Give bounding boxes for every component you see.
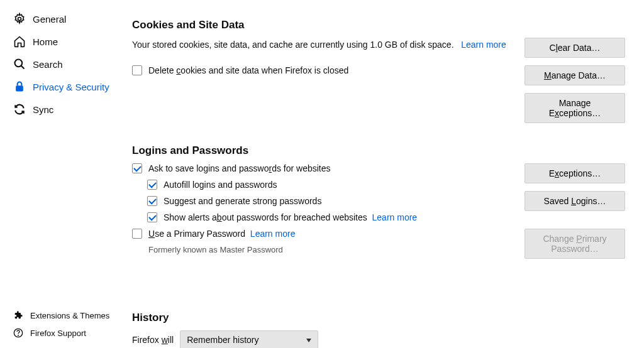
change-primary-password-button[interactable]: Change Primary Password… bbox=[525, 229, 625, 259]
autofill-checkbox[interactable] bbox=[147, 180, 157, 190]
sidebar-item-search[interactable]: Search bbox=[0, 53, 126, 75]
sidebar-item-extensions[interactable]: Extensions & Themes bbox=[0, 307, 126, 324]
breach-alerts-label: Show alerts about passwords for breached… bbox=[164, 212, 367, 222]
cookies-learn-more-link[interactable]: Learn more bbox=[461, 40, 506, 50]
history-mode-select[interactable]: Remember history bbox=[180, 330, 318, 348]
breach-alerts-row: Show alerts about passwords for breached… bbox=[147, 212, 525, 222]
autofill-label: Autofill logins and passwords bbox=[164, 180, 277, 190]
primary-password-learn-more-link[interactable]: Learn more bbox=[250, 229, 296, 239]
delete-cookies-label: Delete cookies and site data when Firefo… bbox=[148, 65, 348, 75]
gear-icon bbox=[13, 12, 26, 26]
sidebar-item-home[interactable]: Home bbox=[0, 30, 126, 53]
nav-label: Home bbox=[33, 36, 58, 47]
logins-section-title: Logins and Passwords bbox=[132, 144, 631, 157]
sidebar-item-privacy-security[interactable]: Privacy & Security bbox=[0, 75, 126, 98]
nav-label: Privacy & Security bbox=[33, 82, 109, 92]
clear-data-button[interactable]: Clear Data… bbox=[525, 38, 625, 58]
lock-icon bbox=[13, 80, 26, 94]
logins-exceptions-button[interactable]: Exceptions… bbox=[525, 163, 625, 183]
puzzle-icon bbox=[13, 310, 24, 321]
saved-logins-button[interactable]: Saved Logins… bbox=[525, 191, 625, 211]
search-icon bbox=[13, 57, 26, 71]
manage-data-button[interactable]: Manage Data… bbox=[525, 65, 625, 85]
autofill-row: Autofill logins and passwords bbox=[147, 180, 525, 190]
sidebar-item-sync[interactable]: Sync bbox=[0, 98, 126, 121]
svg-point-0 bbox=[18, 18, 21, 21]
nav-label: General bbox=[33, 14, 66, 24]
cookies-description: Your stored cookies, site data, and cach… bbox=[132, 38, 525, 52]
nav-label: Sync bbox=[33, 104, 53, 115]
suggest-passwords-row: Suggest and generate strong passwords bbox=[147, 196, 525, 206]
sidebar: General Home Search Privacy & Security S… bbox=[0, 0, 126, 348]
nav-label: Firefox Support bbox=[30, 329, 86, 338]
history-section-title: History bbox=[132, 312, 631, 324]
nav-label: Extensions & Themes bbox=[30, 311, 109, 320]
primary-password-checkbox[interactable] bbox=[132, 229, 142, 239]
help-icon bbox=[13, 327, 24, 339]
primary-password-note: Formerly known as Master Password bbox=[148, 245, 525, 254]
svg-line-2 bbox=[21, 66, 25, 69]
suggest-passwords-label: Suggest and generate strong passwords bbox=[164, 196, 321, 206]
primary-password-label: Use a Primary Password bbox=[148, 229, 245, 239]
sidebar-item-support[interactable]: Firefox Support bbox=[0, 324, 126, 342]
ask-save-logins-label: Ask to save logins and passwords for web… bbox=[148, 163, 331, 173]
manage-exceptions-button[interactable]: Manage Exceptions… bbox=[525, 93, 625, 123]
svg-rect-3 bbox=[16, 85, 23, 91]
home-icon bbox=[13, 35, 26, 48]
ask-save-logins-checkbox[interactable] bbox=[132, 163, 142, 173]
delete-cookies-on-close-row: Delete cookies and site data when Firefo… bbox=[132, 65, 525, 75]
breach-alerts-checkbox[interactable] bbox=[147, 212, 157, 222]
primary-password-row: Use a Primary Password Learn more bbox=[132, 229, 525, 239]
ask-save-logins-row: Ask to save logins and passwords for web… bbox=[132, 163, 525, 173]
sync-icon bbox=[13, 102, 26, 116]
cookies-section-title: Cookies and Site Data bbox=[132, 19, 631, 31]
nav-label: Search bbox=[33, 59, 63, 70]
delete-cookies-checkbox[interactable] bbox=[132, 65, 142, 75]
sidebar-item-general[interactable]: General bbox=[0, 8, 126, 30]
breach-alerts-learn-more-link[interactable]: Learn more bbox=[372, 212, 418, 222]
svg-point-5 bbox=[18, 335, 19, 336]
svg-point-1 bbox=[15, 60, 23, 67]
settings-content: Cookies and Site Data Your stored cookie… bbox=[126, 0, 644, 348]
suggest-passwords-checkbox[interactable] bbox=[147, 196, 157, 206]
history-label: Firefox will bbox=[132, 335, 174, 345]
